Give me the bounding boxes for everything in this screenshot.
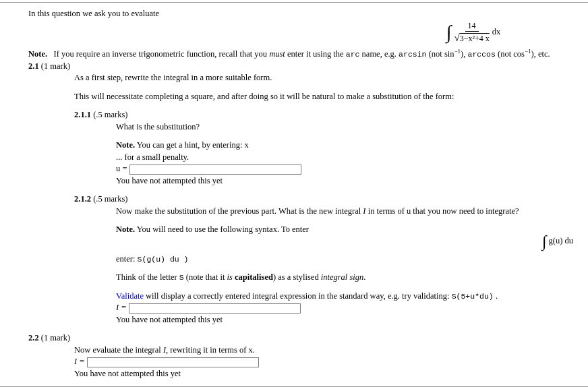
part-2-1-text-a: As a first step, rewrite the integral in… <box>74 72 581 84</box>
part-2-1-2-header: 2.1.2 (.5 marks) <box>74 194 581 206</box>
u-substitution-input[interactable] <box>129 165 301 175</box>
enter-line: enter: S(g(u) du ) <box>116 254 581 266</box>
think-line: Think of the letter S (note that it is c… <box>116 272 581 284</box>
main-note: Note. If you require an inverse trigonom… <box>28 49 581 61</box>
part-2-2-q: Now evaluate the integral I, rewriting i… <box>74 345 581 357</box>
integral-numerator: 14 <box>465 22 479 32</box>
part-2-1-1-note: Note. You can get a hint, by entering: x <box>116 140 581 152</box>
part-2-1-2-status: You have not attempted this yet <box>116 314 581 326</box>
part-2-1-1-note2: ... for a small penalty. <box>116 152 581 164</box>
part-2-1-2-input-row: I = <box>116 302 581 314</box>
validate-line: Validate will display a correctly entere… <box>116 291 581 303</box>
intro-text: In this question we ask you to evaluate <box>28 8 581 20</box>
part-2-2-input-row: I = <box>74 356 581 368</box>
part-2-2-header: 2.2 (1 mark) <box>28 332 581 345</box>
i-equals-label-22: I = <box>74 357 87 366</box>
part-2-1-1-status: You have not attempted this yet <box>116 175 581 187</box>
u-equals-label: u = <box>116 164 129 173</box>
integral-sign-icon: ∫ <box>446 23 452 42</box>
i-equals-label-212: I = <box>116 303 129 312</box>
small-integral-sign-icon: ∫ <box>542 233 547 249</box>
integral-x-input[interactable] <box>87 357 259 367</box>
part-2-1-1-q: What is the substitution? <box>116 121 581 133</box>
part-2-1-2-note: Note. You will need to use the following… <box>116 224 581 236</box>
integral-dx: dx <box>492 26 501 38</box>
integral-denominator: √3−x²+4 x <box>454 32 489 44</box>
part-2-1-1-input-row: u = <box>116 163 581 175</box>
part-2-2-status: You have not attempted this yet <box>74 368 581 380</box>
question-body: In this question we ask you to evaluate … <box>0 7 588 382</box>
part-2-1-2-q: Now make the substitution of the previou… <box>116 206 581 218</box>
gu-du-display: ∫ g(u) du <box>542 233 573 249</box>
validate-link[interactable]: Validate <box>116 291 144 301</box>
part-2-1-header: 2.1 (1 mark) <box>28 61 581 73</box>
integral-display: ∫ 14 √3−x²+4 x dx <box>406 22 541 44</box>
part-2-1-text-b: This will necessitate completing a squar… <box>74 91 581 103</box>
integral-u-input[interactable] <box>129 303 301 314</box>
note-label: Note. <box>28 49 47 59</box>
part-2-1-1-header: 2.1.1 (.5 marks) <box>74 109 581 121</box>
